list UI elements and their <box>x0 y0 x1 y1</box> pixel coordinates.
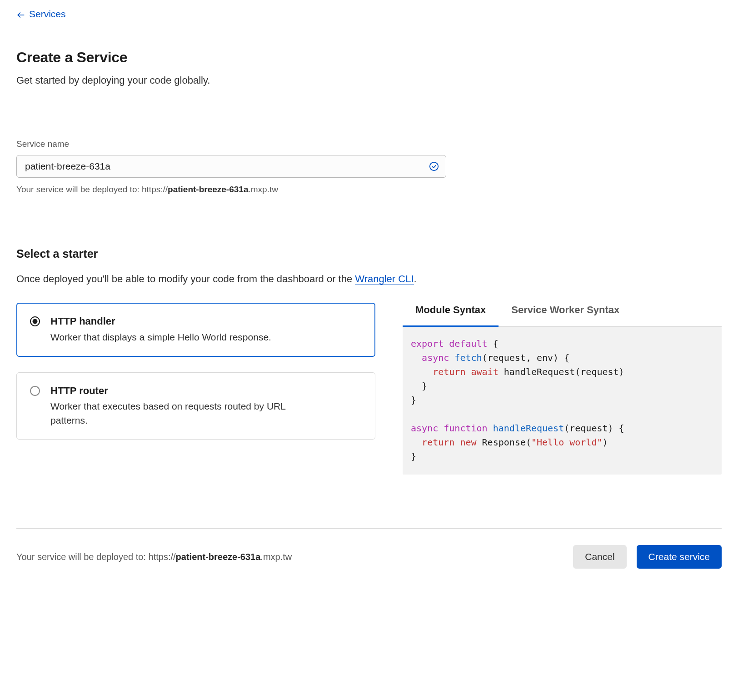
starter-section-desc: Once deployed you'll be able to modify y… <box>16 272 722 286</box>
svg-point-4 <box>30 386 40 395</box>
page-title: Create a Service <box>16 47 722 68</box>
create-service-button[interactable]: Create service <box>637 545 722 569</box>
back-to-services-link[interactable]: Services <box>16 7 66 22</box>
starter-option-desc: Worker that executes based on requests r… <box>50 400 323 427</box>
code-tabs: Module Syntax Service Worker Syntax <box>403 303 722 327</box>
starter-option-http-handler[interactable]: HTTP handler Worker that displays a simp… <box>16 303 375 356</box>
back-link-label: Services <box>29 7 66 22</box>
wrangler-cli-link[interactable]: Wrangler CLI <box>355 273 414 285</box>
cancel-button[interactable]: Cancel <box>573 545 626 569</box>
starter-option-desc: Worker that displays a simple Hello Worl… <box>50 330 271 344</box>
svg-point-1 <box>430 162 438 170</box>
starter-option-http-router[interactable]: HTTP router Worker that executes based o… <box>16 372 375 440</box>
starter-option-title: HTTP handler <box>50 314 271 329</box>
svg-point-3 <box>33 319 38 324</box>
arrow-left-icon <box>16 10 25 20</box>
service-name-input[interactable] <box>16 155 446 178</box>
tab-module-syntax[interactable]: Module Syntax <box>403 303 499 326</box>
radio-unselected-icon <box>30 385 40 396</box>
starter-section-title: Select a starter <box>16 245 722 262</box>
deploy-url-hint: Your service will be deployed to: https:… <box>16 183 722 196</box>
tab-service-worker-syntax[interactable]: Service Worker Syntax <box>499 303 632 326</box>
deploy-url-hint-footer: Your service will be deployed to: https:… <box>16 550 292 564</box>
page-subtitle: Get started by deploying your code globa… <box>16 73 722 88</box>
check-circle-icon <box>429 161 439 171</box>
service-name-label: Service name <box>16 138 722 150</box>
radio-selected-icon <box>30 316 40 327</box>
code-preview: export default { async fetch(request, en… <box>403 327 722 475</box>
starter-option-title: HTTP router <box>50 384 323 398</box>
